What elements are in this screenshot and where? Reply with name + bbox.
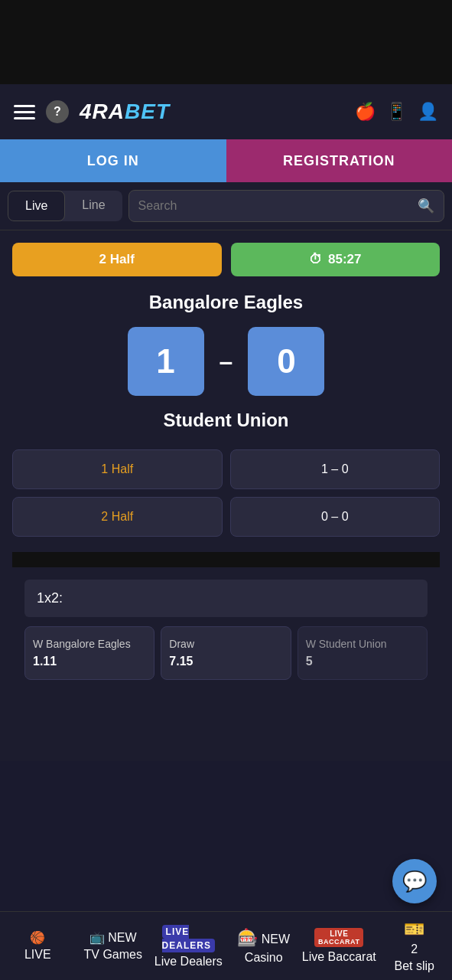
logo: 4RABET [80,100,170,124]
score-home: 1 [128,327,204,396]
tabs: Live Line [8,191,122,221]
casino-new-badge: NEW [262,933,290,946]
header-right: 🍎 📱 👤 [355,102,438,122]
nav-dealers-label: Live Dealers [154,955,223,969]
hamburger-menu[interactable] [14,105,35,119]
team-home-name: Bangalore Eagles [12,292,440,313]
nav-casino[interactable]: 🎰 NEW Casino [226,912,302,980]
half-results: 1 Half 1 – 0 2 Half 0 – 0 [12,449,440,537]
nav-baccarat-label: Live Baccarat [302,950,376,964]
half-indicator[interactable]: 2 Half [12,243,222,276]
auth-buttons: LOG IN REGISTRATION [0,139,452,182]
half-timer-row: 2 Half ⏱ 85:27 [12,243,440,276]
register-button[interactable]: REGISTRATION [226,139,453,182]
odds-btn-away[interactable]: W Student Union 5 [298,626,428,680]
search-box[interactable]: 🔍 [128,190,444,222]
nav-dealers[interactable]: LIVEDEALERS Live Dealers [151,912,226,980]
apple-icon[interactable]: 🍎 [355,102,376,122]
odds-label: 1x2: [24,580,428,617]
login-button[interactable]: LOG IN [0,139,226,182]
odds-btn-home[interactable]: W Bangalore Eagles 1.11 [24,626,154,680]
match-section: 2 Half ⏱ 85:27 Bangalore Eagles 1 – 0 St… [0,230,452,761]
half-2-score: 0 – 0 [230,497,441,537]
header: ? 4RABET 🍎 📱 👤 [0,84,452,139]
nav-betslip-label: Bet slip [395,959,434,973]
tv-nav-icon: 📺 [89,931,105,944]
header-left: ? 4RABET [14,100,170,124]
casino-nav-icon: 🎰 [237,928,258,947]
bottom-nav: 🏀 LIVE 📺 NEW TV Games LIVEDEALERS Live D… [0,911,452,980]
chat-icon: 💬 [402,870,427,893]
odds-home-team: W Bangalore Eagles [33,638,146,650]
odds-btn-draw[interactable]: Draw 7.15 [161,626,291,680]
tab-line[interactable]: Line [65,191,122,221]
score-separator: – [219,348,233,376]
odds-section: 1x2: W Bangalore Eagles 1.11 Draw 7.15 W… [12,567,440,692]
live-nav-icon: 🏀 [30,930,45,945]
float-chat-button[interactable]: 💬 [392,859,437,903]
help-icon[interactable]: ? [46,100,69,123]
betslip-count: 2 [411,942,418,956]
odds-draw-team: Draw [169,638,282,650]
score-away: 0 [248,327,324,396]
tabs-search-bar: Live Line 🔍 [0,182,452,230]
search-input[interactable] [138,199,411,213]
half-2-label: 2 Half [12,497,223,537]
user-icon[interactable]: 👤 [418,102,438,122]
odds-home-value: 1.11 [33,655,146,668]
timer-value: 85:27 [328,252,361,267]
nav-tv-label: TV Games [84,948,142,962]
tab-live[interactable]: Live [8,191,65,221]
nav-tv[interactable]: 📺 NEW TV Games [76,912,151,980]
nav-live-label: LIVE [24,948,51,962]
team-away-name: Student Union [12,410,440,431]
half-1-label: 1 Half [12,449,223,489]
odds-away-value: 5 [306,655,419,668]
betslip-icon: 🎫 [404,920,424,939]
timer-icon: ⏱ [309,252,322,267]
odds-away-team: W Student Union [306,638,419,650]
odds-draw-value: 7.15 [169,655,282,668]
timer-indicator: ⏱ 85:27 [231,243,441,276]
half-1-score: 1 – 0 [230,449,441,489]
top-bar-bg [0,0,452,84]
search-icon: 🔍 [418,198,434,214]
divider [12,552,440,567]
nav-baccarat[interactable]: LIVE BACCARAT Live Baccarat [301,912,377,980]
score-row: 1 – 0 [12,327,440,396]
tv-new-badge: NEW [108,931,136,944]
nav-casino-label: Casino [245,951,283,965]
half-row-2: 2 Half 0 – 0 [12,497,440,537]
nav-betslip[interactable]: 🎫 2 Bet slip [377,912,453,980]
android-icon[interactable]: 📱 [386,102,407,122]
odds-row: W Bangalore Eagles 1.11 Draw 7.15 W Stud… [24,626,428,680]
nav-live[interactable]: 🏀 LIVE [0,912,76,980]
half-row-1: 1 Half 1 – 0 [12,449,440,489]
